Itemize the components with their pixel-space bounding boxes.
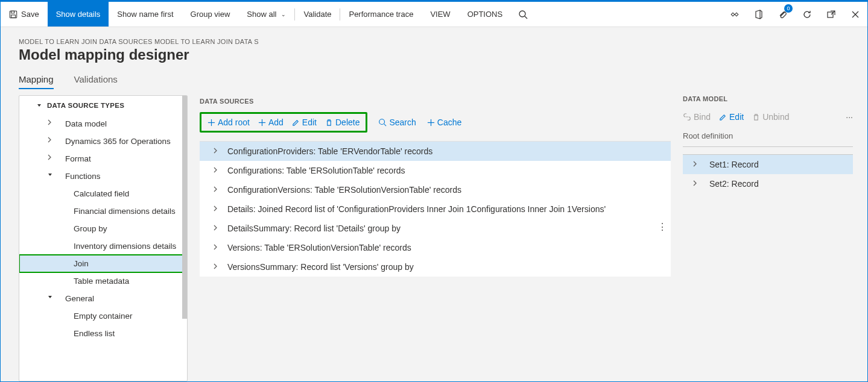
app-icon-1[interactable] [723, 2, 747, 27]
link-icon [683, 113, 691, 121]
unbind-button[interactable]: Unbind [752, 112, 789, 122]
show-all-button[interactable]: Show all⌄ [238, 2, 294, 27]
show-name-first-button[interactable]: Show name first [109, 2, 182, 27]
caret-right-icon [213, 263, 220, 271]
data-source-types-panel: DATA SOURCE TYPES Data modelDynamics 365… [19, 95, 188, 381]
data-source-item[interactable]: Details: Joined Record list of 'Configur… [200, 199, 671, 219]
search-icon [378, 118, 387, 127]
cache-label: Cache [437, 117, 461, 127]
popout-button[interactable] [819, 2, 843, 27]
close-icon [851, 10, 860, 19]
tree-item[interactable]: Data model [19, 115, 187, 133]
edit-button[interactable]: Edit [292, 117, 317, 127]
tab-mapping[interactable]: Mapping [19, 74, 54, 89]
data-source-item[interactable]: DetailsSummary: Record list 'Details' gr… [200, 219, 671, 238]
tab-validations[interactable]: Validations [74, 74, 118, 89]
tree-item[interactable]: Group by [19, 220, 187, 237]
add-root-button[interactable]: Add root [207, 117, 250, 127]
tree-item-label: Inventory dimensions details [74, 242, 176, 251]
search-button[interactable] [511, 2, 535, 27]
tree-item-label: General [65, 294, 94, 303]
tree-item-label: Calculated field [74, 189, 129, 198]
refresh-icon [802, 10, 812, 19]
tree-item[interactable]: Endless list [19, 325, 187, 342]
add-label: Add [268, 117, 284, 127]
panel-header-text: DATA SOURCE TYPES [47, 102, 124, 109]
more-vertical-icon[interactable]: ⋮ [657, 221, 667, 233]
performance-trace-button[interactable]: Performance trace [340, 2, 422, 27]
data-source-item[interactable]: VersionsSummary: Record list 'Versions' … [200, 257, 671, 277]
data-sources-panel: DATA SOURCES Add root Add Edit [200, 95, 671, 381]
tree-item[interactable]: General [19, 290, 187, 307]
caret-right-icon [213, 148, 220, 155]
data-source-item[interactable]: Versions: Table 'ERSolutionVersionTable'… [200, 238, 671, 257]
data-source-item[interactable]: ConfigurationVersions: Table 'ERSolution… [200, 180, 671, 199]
options-menu[interactable]: OPTIONS [459, 2, 512, 27]
data-source-label: VersionsSummary: Record list 'Versions' … [227, 262, 414, 272]
tree-item[interactable]: Table metadata [19, 272, 187, 290]
data-model-label: Set1: Record [709, 160, 759, 169]
data-model-item[interactable]: Set1: Record [683, 155, 853, 174]
caret-right-icon [47, 137, 54, 144]
save-icon [9, 10, 17, 19]
more-button[interactable]: ··· [846, 112, 853, 122]
tree-item[interactable]: Functions [19, 168, 187, 185]
show-details-label: Show details [56, 10, 101, 19]
data-source-item[interactable]: ConfigurationProviders: Table 'ERVendorT… [200, 142, 671, 161]
root-definition-label: Root definition [683, 128, 853, 147]
data-source-label: Details: Joined Record list of 'Configur… [227, 204, 606, 214]
validate-button[interactable]: Validate [295, 2, 340, 27]
tree-item[interactable]: Financial dimensions details [19, 202, 187, 220]
caret-right-icon [213, 186, 220, 193]
attachments-button[interactable]: 0 [771, 2, 795, 27]
options-label: OPTIONS [467, 10, 503, 19]
tree-item-label: Group by [74, 224, 107, 233]
delete-button[interactable]: Delete [325, 117, 360, 127]
save-button[interactable]: Save [1, 2, 48, 27]
cache-button[interactable]: Cache [427, 117, 461, 127]
delete-label: Delete [335, 117, 360, 127]
validate-label: Validate [303, 10, 331, 19]
group-view-label: Group view [191, 10, 230, 19]
tree-item[interactable]: Empty container [19, 307, 187, 325]
search-ds-button[interactable]: Search [378, 117, 416, 127]
svg-line-15 [384, 124, 387, 127]
page-title: Model mapping designer [19, 46, 853, 63]
plus-icon [207, 119, 215, 127]
dm-edit-button[interactable]: Edit [719, 112, 744, 122]
tree-item[interactable]: Join [19, 255, 187, 272]
data-source-label: ConfigurationProviders: Table 'ERVendorT… [227, 146, 432, 156]
tree-item-label: Functions [65, 172, 101, 181]
plus-icon [427, 119, 435, 127]
caret-right-icon [692, 161, 700, 168]
data-source-types-header[interactable]: DATA SOURCE TYPES [19, 96, 187, 115]
data-model-list: Set1: RecordSet2: Record [683, 154, 853, 193]
tree-item[interactable]: Dynamics 365 for Operations [19, 133, 187, 150]
office-button[interactable] [747, 2, 771, 27]
top-command-bar: Save Show details Show name first Group … [1, 1, 867, 27]
caret-down-icon [36, 102, 43, 110]
tree-item-label: Financial dimensions details [74, 207, 176, 216]
data-model-item[interactable]: Set2: Record [683, 174, 853, 193]
add-button[interactable]: Add [258, 117, 284, 127]
tree-item[interactable]: Inventory dimensions details [19, 237, 187, 255]
tab-bar: Mapping Validations [19, 74, 853, 89]
show-details-button[interactable]: Show details [48, 2, 109, 27]
svg-rect-5 [731, 13, 735, 16]
data-source-item[interactable]: Configurations: Table 'ERSolutionTable' … [200, 161, 671, 180]
refresh-button[interactable] [795, 2, 819, 27]
tree-item[interactable]: Calculated field [19, 185, 187, 202]
caret-down-icon [47, 172, 54, 179]
performance-trace-label: Performance trace [349, 10, 413, 19]
view-menu[interactable]: VIEW [422, 2, 458, 27]
data-sources-list: ConfigurationProviders: Table 'ERVendorT… [200, 141, 671, 277]
tree-item-label: Join [74, 259, 89, 268]
pencil-icon [292, 119, 300, 127]
group-view-button[interactable]: Group view [182, 2, 239, 27]
plus-icon [258, 119, 266, 127]
data-source-label: DetailsSummary: Record list 'Details' gr… [227, 224, 401, 233]
caret-right-icon [47, 154, 54, 161]
tree-item[interactable]: Format [19, 150, 187, 168]
bind-button[interactable]: Bind [683, 112, 711, 122]
close-button[interactable] [843, 2, 867, 27]
